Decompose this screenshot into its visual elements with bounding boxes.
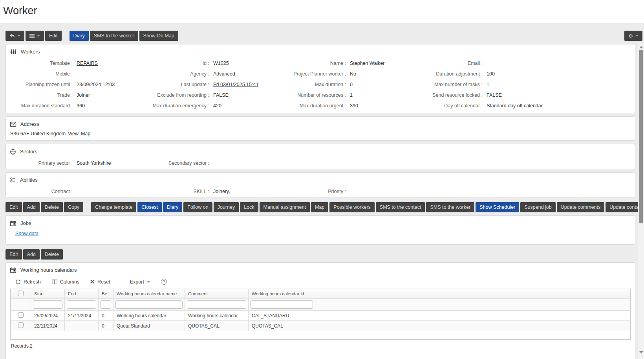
col-header-filler <box>315 289 631 299</box>
whc-delete-button[interactable]: Delete <box>41 249 63 260</box>
field-value: Joiner <box>77 92 90 98</box>
jobs-sms-to-worker-button[interactable]: SMS to the worker <box>426 202 474 212</box>
columns-button[interactable]: Columns <box>52 279 79 285</box>
columns-label: Columns <box>60 279 79 285</box>
vertical-scrollbar[interactable] <box>638 43 644 359</box>
export-label: Export <box>130 279 144 285</box>
reset-button[interactable]: Reset <box>90 279 110 285</box>
field-label: Day off calendar : <box>416 103 483 109</box>
field-label: Id : <box>143 61 209 66</box>
sms-to-worker-button[interactable]: SMS to the worker <box>90 31 138 41</box>
field-label: SKILL : <box>143 189 209 194</box>
filter-comment-input[interactable] <box>187 300 246 309</box>
col-header-end[interactable]: End <box>65 289 99 299</box>
export-button[interactable]: Export <box>130 279 150 285</box>
last-update-link[interactable]: Fri 03/01/2025 15:41 <box>213 82 258 87</box>
cell-be: 0 <box>99 321 113 331</box>
chevron-down-icon <box>635 35 639 37</box>
suspend-job-button[interactable]: Suspend job <box>520 202 556 212</box>
field-label: Max duration : <box>279 82 346 87</box>
table-row[interactable]: 25/09/2024 21/11/2024 0 Working hours ca… <box>11 311 631 321</box>
field-value: 100 <box>487 71 495 77</box>
possible-workers-button[interactable]: Possible workers <box>329 202 374 212</box>
col-header-comment[interactable]: Comment <box>185 289 249 299</box>
jobs-add-button[interactable]: Add <box>23 202 40 212</box>
row-checkbox[interactable] <box>18 322 24 328</box>
update-comments-button[interactable]: Update comments <box>557 202 604 212</box>
field-label: Email : <box>416 61 483 66</box>
journey-button[interactable]: Journey <box>214 202 239 212</box>
jobs-panel: Jobs Show data <box>5 215 635 245</box>
jobs-copy-button[interactable]: Copy <box>64 202 83 212</box>
reset-label: Reset <box>97 279 110 285</box>
back-arrow-icon <box>9 33 15 38</box>
template-link[interactable]: REPAIRS <box>77 61 98 66</box>
workers-title: Workers <box>21 49 40 55</box>
jobs-delete-button[interactable]: Delete <box>41 202 63 212</box>
whc-edit-button[interactable]: Edit <box>5 249 22 260</box>
menu-button[interactable] <box>26 31 44 41</box>
jobs-edit-button[interactable]: Edit <box>5 202 22 212</box>
cell-id: QUOTAS_CAL <box>249 321 315 331</box>
table-header-row: Start End Be... Working hours calendar n… <box>11 289 631 299</box>
jobs-title: Jobs <box>20 220 31 226</box>
change-template-button[interactable]: Change template <box>91 202 136 212</box>
whc-add-button[interactable]: Add <box>23 249 40 260</box>
address-view-link[interactable]: View <box>68 131 79 136</box>
field-label: Name : <box>279 61 346 66</box>
cell-be: 0 <box>99 311 113 321</box>
cell-end: 21/11/2024 <box>65 311 99 321</box>
lock-button[interactable]: Lock <box>240 202 258 212</box>
col-header-id[interactable]: Working hours calendar id <box>249 289 315 299</box>
cell-comment: Working hours calendar <box>185 311 249 321</box>
sms-to-contact-button[interactable]: SMS to the contact <box>376 202 425 212</box>
show-on-map-button[interactable]: Show On Map <box>139 31 178 41</box>
filter-end-input[interactable] <box>67 300 96 309</box>
diary-button[interactable]: Diary <box>70 31 89 41</box>
row-checkbox[interactable] <box>18 312 24 318</box>
export-chevron-icon <box>147 281 150 283</box>
whc-title: Working hours calendars <box>20 267 77 273</box>
filter-id-input[interactable] <box>251 300 313 309</box>
table-row[interactable]: 22/11/2024 0 Quota Standard QUOTAS_CAL Q… <box>11 321 631 331</box>
edit-button[interactable]: Edit <box>45 31 62 41</box>
filter-row <box>11 299 631 311</box>
records-count: Records:2 <box>6 340 635 349</box>
show-data-link[interactable]: Show data <box>15 231 38 236</box>
follow-on-button[interactable]: Follow on <box>183 202 212 212</box>
jobs-diary-button[interactable]: Diary <box>163 202 182 212</box>
page-header: Worker <box>0 0 644 23</box>
manual-assignment-button[interactable]: Manual assignment <box>260 202 310 212</box>
columns-icon <box>52 280 57 284</box>
col-header-name[interactable]: Working hours calendar name <box>113 289 185 299</box>
map-button[interactable]: Map <box>311 202 328 212</box>
field-value: 390 <box>350 103 358 109</box>
field-value: FALSE <box>213 92 229 98</box>
field-label: Duration adjustment : <box>416 71 483 77</box>
scrollbar-up-arrow-icon[interactable] <box>639 46 643 48</box>
field-value: 420 <box>213 103 221 109</box>
filter-be-input[interactable] <box>101 300 111 309</box>
filter-start-input[interactable] <box>33 300 62 309</box>
show-scheduler-button[interactable]: Show Scheduler <box>476 202 519 212</box>
globe-icon <box>10 149 16 155</box>
select-all-checkbox[interactable] <box>18 291 24 296</box>
closest-button[interactable]: Closest <box>137 202 162 212</box>
settings-button[interactable]: ⚙ <box>624 31 642 41</box>
day-off-calendar-link[interactable]: Standard day off calendar <box>487 103 543 109</box>
workers-icon <box>10 49 16 55</box>
col-header-start[interactable]: Start <box>31 289 65 299</box>
refresh-button[interactable]: Refresh <box>15 279 41 285</box>
filter-name-input[interactable] <box>115 300 183 309</box>
address-map-link[interactable]: Map <box>81 131 90 136</box>
back-button[interactable] <box>5 31 24 41</box>
field-label: Trade : <box>6 92 73 98</box>
gear-icon: ⚙ <box>628 33 633 39</box>
scrollbar-down-arrow-icon[interactable] <box>639 351 643 353</box>
field-value: 1 <box>487 82 489 87</box>
field-value: Advanced <box>213 71 235 77</box>
scrollbar-thumb[interactable] <box>639 50 643 223</box>
field-label: Max duration urgent : <box>279 103 346 109</box>
help-icon[interactable]: ? <box>161 279 167 285</box>
col-header-be[interactable]: Be... <box>99 289 113 299</box>
